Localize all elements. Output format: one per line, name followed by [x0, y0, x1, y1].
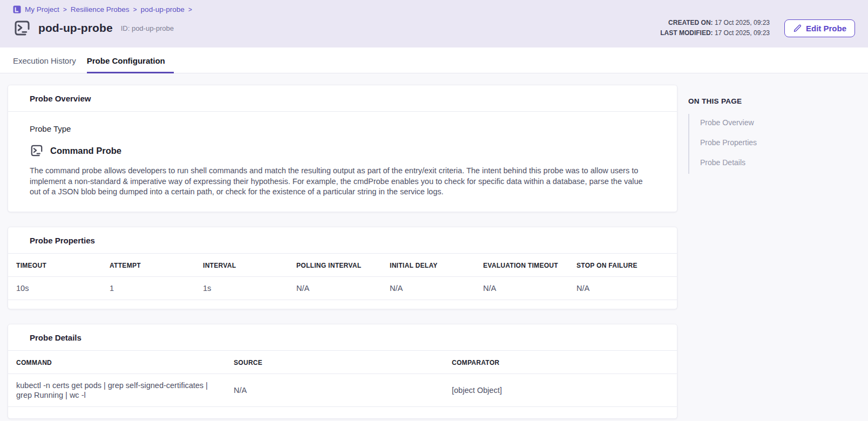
polling-interval-value: N/A: [288, 276, 382, 300]
tab-bar: Execution History Probe Configuration: [0, 47, 868, 73]
probe-type-row: Command Probe: [30, 144, 655, 158]
probe-overview-header: Probe Overview: [8, 85, 677, 112]
toc-link-probe-overview[interactable]: Probe Overview: [700, 114, 757, 134]
source-value: N/A: [226, 374, 444, 406]
stop-on-failure-value: N/A: [568, 276, 677, 300]
table-row: 10s 1 1s N/A N/A N/A N/A: [8, 276, 677, 300]
section-title-probe-details: Probe Details: [30, 333, 655, 342]
probe-details-card: Probe Details COMMAND SOURCE COMPARATOR …: [8, 324, 677, 419]
attempt-value: 1: [101, 276, 195, 300]
breadcrumb-separator: >: [133, 6, 137, 13]
table-row: kubectl -n certs get pods | grep self-si…: [8, 374, 677, 406]
breadcrumb-separator: >: [63, 6, 67, 13]
on-this-page-links: Probe Overview Probe Properties Probe De…: [688, 114, 757, 174]
breadcrumb-my-project[interactable]: My Project: [25, 5, 59, 13]
breadcrumb-pod-up-probe[interactable]: pod-up-probe: [141, 5, 185, 13]
created-on-value: 17 Oct 2025, 09:23: [715, 19, 770, 26]
column-header: POLLING INTERVAL: [288, 254, 382, 277]
created-on: CREATED ON: 17 Oct 2025, 09:23: [660, 18, 770, 28]
timeout-value: 10s: [8, 276, 101, 300]
project-icon: [13, 5, 21, 13]
probe-properties-table: TIMEOUT ATTEMPT INTERVAL POLLING INTERVA…: [8, 254, 677, 300]
breadcrumb-resilience-probes[interactable]: Resilience Probes: [71, 5, 130, 13]
column-header: INTERVAL: [195, 254, 288, 277]
evaluation-timeout-value: N/A: [475, 276, 568, 300]
column-header: TIMEOUT: [8, 254, 101, 277]
last-modified: LAST MODIFIED: 17 Oct 2025, 09:23: [660, 28, 770, 38]
column-header: COMMAND: [8, 351, 226, 374]
toc-link-probe-properties[interactable]: Probe Properties: [700, 134, 757, 154]
probe-type-value: Command Probe: [50, 146, 121, 156]
column-header: COMPARATOR: [444, 351, 677, 374]
page-title: pod-up-probe: [38, 22, 113, 35]
probe-description: The command probe allows developers to r…: [30, 166, 655, 198]
timestamps: CREATED ON: 17 Oct 2025, 09:23 LAST MODI…: [660, 18, 770, 38]
interval-value: 1s: [195, 276, 288, 300]
comparator-value: [object Object]: [444, 374, 677, 406]
tab-probe-configuration[interactable]: Probe Configuration: [87, 47, 174, 73]
table-header-row: COMMAND SOURCE COMPARATOR: [8, 351, 677, 374]
on-this-page-title: ON THIS PAGE: [688, 97, 757, 105]
initial-delay-value: N/A: [382, 276, 475, 300]
content-area: Probe Overview Probe Type Command Probe …: [0, 73, 868, 421]
column-header: ATTEMPT: [101, 254, 195, 277]
probe-properties-card: Probe Properties TIMEOUT ATTEMPT INTERVA…: [8, 227, 677, 309]
probe-details-table: COMMAND SOURCE COMPARATOR kubectl -n cer…: [8, 351, 677, 407]
probe-id: ID: pod-up-probe: [121, 24, 174, 32]
toc-link-probe-details[interactable]: Probe Details: [700, 154, 757, 174]
last-modified-value: 17 Oct 2025, 09:23: [715, 29, 770, 37]
table-header-row: TIMEOUT ATTEMPT INTERVAL POLLING INTERVA…: [8, 254, 677, 277]
section-title-probe-properties: Probe Properties: [30, 236, 655, 245]
on-this-page-nav: ON THIS PAGE Probe Overview Probe Proper…: [688, 85, 757, 421]
probe-properties-header: Probe Properties: [8, 227, 677, 254]
column-header: SOURCE: [226, 351, 444, 374]
created-on-label: CREATED ON:: [668, 19, 713, 26]
edit-probe-button[interactable]: Edit Probe: [784, 19, 855, 37]
last-modified-label: LAST MODIFIED:: [660, 29, 713, 37]
title-row: pod-up-probe ID: pod-up-probe CREATED ON…: [13, 18, 855, 38]
main-column: Probe Overview Probe Type Command Probe …: [8, 85, 677, 421]
edit-probe-label: Edit Probe: [806, 24, 846, 33]
pencil-icon: [793, 24, 802, 32]
breadcrumb-separator: >: [188, 6, 192, 13]
command-probe-icon: [30, 144, 44, 158]
probe-details-header: Probe Details: [8, 324, 677, 351]
page-header: My Project > Resilience Probes > pod-up-…: [0, 0, 868, 47]
section-title-probe-overview: Probe Overview: [30, 94, 655, 103]
probe-type-label: Probe Type: [30, 124, 655, 133]
probe-overview-body: Probe Type Command Probe The command pro…: [8, 112, 677, 212]
column-header: INITIAL DELAY: [382, 254, 475, 277]
probe-overview-card: Probe Overview Probe Type Command Probe …: [8, 85, 677, 212]
column-header: STOP ON FAILURE: [568, 254, 677, 277]
command-probe-icon: [13, 19, 31, 37]
column-header: EVALUATION TIMEOUT: [475, 254, 568, 277]
command-value: kubectl -n certs get pods | grep self-si…: [8, 374, 226, 406]
breadcrumb: My Project > Resilience Probes > pod-up-…: [13, 5, 855, 13]
tab-execution-history[interactable]: Execution History: [13, 47, 76, 73]
